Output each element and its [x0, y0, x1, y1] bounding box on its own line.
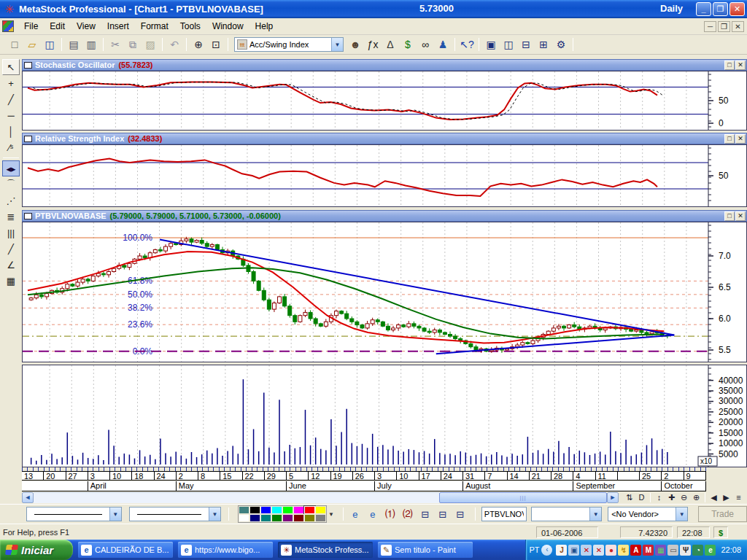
metastock-m-icon[interactable]: M — [643, 545, 654, 556]
scrollbar-left-arrow[interactable]: ◄ — [22, 492, 34, 503]
layout-top-icon[interactable]: ⊟ — [417, 506, 434, 522]
crosshair-target-icon[interactable]: ⊕ — [190, 37, 206, 52]
palette-dropdown-icon[interactable]: ▼ — [328, 511, 334, 518]
fib-timezones-tool[interactable]: ||| — [2, 225, 20, 241]
minimize-button[interactable]: _ — [696, 2, 711, 16]
trendline-tool[interactable]: ╱ — [2, 91, 20, 107]
color-swatch[interactable] — [282, 506, 293, 514]
expert-advisor-icon[interactable]: ☻ — [347, 37, 363, 52]
color-swatch[interactable] — [271, 514, 282, 522]
scheduler-icon[interactable]: ◔ — [692, 545, 703, 556]
tile-vertical-icon[interactable]: ◫ — [500, 37, 516, 52]
color-swatch[interactable] — [249, 514, 260, 522]
color-swatch[interactable] — [315, 506, 326, 514]
grid-tool[interactable]: ▦ — [2, 273, 20, 289]
sl-line-tool[interactable]: ⁄ˢ — [2, 139, 20, 155]
layout-bottom-icon[interactable]: ⊟ — [452, 506, 469, 522]
horizontal-line-tool[interactable]: ─ — [2, 107, 20, 123]
menu-format[interactable]: Format — [135, 19, 174, 34]
power-icon[interactable]: ↯ — [618, 545, 629, 556]
color-swatch[interactable] — [260, 506, 271, 514]
chevron-down-icon[interactable]: ▼ — [109, 508, 121, 521]
pointer-tool[interactable]: ↖ — [2, 59, 20, 75]
chart-window-icon[interactable] — [2, 20, 14, 32]
stochastic-chart[interactable]: 500 — [22, 71, 747, 131]
cascade-windows-icon[interactable]: ▣ — [483, 37, 499, 52]
crosshair-tool[interactable]: + — [2, 75, 20, 91]
language-indicator[interactable]: PT — [529, 545, 539, 554]
price-panel-header[interactable]: PTBVLNOVABASE (5.79000, 5.79000, 5.71000… — [22, 210, 747, 222]
mdi-minimize-button[interactable]: ─ — [704, 21, 716, 32]
page-one-icon[interactable]: ⑴ — [382, 506, 399, 522]
print-icon[interactable]: ▤ — [66, 37, 82, 52]
scrollbar-right-arrow[interactable]: ► — [607, 492, 619, 503]
tile-grid-icon[interactable]: ⊞ — [535, 37, 551, 52]
system-tester-icon[interactable]: $ — [400, 37, 416, 52]
network-icon[interactable]: ▣ — [568, 545, 579, 556]
color-swatch[interactable] — [304, 506, 315, 514]
restore-button[interactable]: ❐ — [713, 2, 728, 16]
panel-close-button[interactable]: ✕ — [735, 61, 746, 70]
fit-vertical-icon[interactable]: ↕ — [653, 492, 665, 503]
color-swatch[interactable] — [271, 506, 282, 514]
menu-edit[interactable]: Edit — [44, 19, 71, 34]
java-icon[interactable]: J — [556, 545, 567, 556]
page-two-icon[interactable]: ⑵ — [399, 506, 417, 522]
color-swatch[interactable] — [315, 514, 326, 522]
open-file-icon[interactable]: ▱ — [24, 37, 40, 52]
vertical-line-tool[interactable]: │ — [2, 123, 20, 139]
task-paint[interactable]: ✎Sem titulo - Paint — [378, 542, 473, 558]
scroll-right-icon[interactable]: ▶ — [720, 492, 732, 503]
network-error-icon[interactable]: ✕ — [581, 545, 592, 556]
window-options-icon[interactable]: ⚙ — [553, 37, 569, 52]
antenna-icon[interactable]: Ψ — [680, 545, 691, 556]
panel-maximize-button[interactable]: □ — [724, 61, 735, 70]
chevron-down-icon[interactable]: ▼ — [331, 38, 343, 51]
panel-maximize-button[interactable]: □ — [724, 211, 735, 221]
chevron-down-icon[interactable]: ▼ — [209, 508, 220, 521]
color-swatch[interactable] — [293, 514, 304, 522]
chevron-down-icon[interactable]: ▼ — [589, 508, 601, 521]
alert-icon[interactable]: ● — [605, 545, 616, 556]
stochastic-panel-header[interactable]: Stochastic Oscillator (55.7823) □ ✕ — [22, 59, 747, 71]
scrollbar-thumb[interactable]: ||| — [439, 492, 607, 503]
downloader-icon[interactable]: ♟ — [435, 37, 451, 52]
panel-close-button[interactable]: ✕ — [735, 211, 746, 221]
panel-checkbox-icon[interactable] — [24, 62, 32, 69]
indicator-builder-icon[interactable]: ƒx — [365, 37, 381, 52]
ati-icon[interactable]: A — [630, 545, 641, 556]
start-button[interactable]: Iniciar — [0, 540, 73, 560]
cut-icon[interactable]: ✂ — [107, 37, 123, 52]
layout-mid-icon[interactable]: ⊟ — [434, 506, 452, 522]
new-file-icon[interactable]: □ — [7, 37, 23, 52]
task-caldeirao[interactable]: eCALDEIRÃO DE B... — [78, 542, 173, 558]
copy-icon[interactable]: ⧉ — [125, 37, 141, 52]
tile-horizontal-icon[interactable]: ⊟ — [518, 37, 534, 52]
context-help-icon[interactable]: ↖? — [459, 37, 475, 52]
task-metastock[interactable]: ✳MetaStock Profess... — [278, 542, 373, 558]
print-preview-icon[interactable]: ▥ — [83, 37, 99, 52]
scrollbar-track[interactable] — [34, 492, 439, 503]
zoom-in-icon[interactable]: ⊕ — [690, 492, 703, 503]
trade-button[interactable]: Trade — [698, 506, 747, 522]
panel-maximize-button[interactable]: □ — [724, 134, 735, 144]
save-icon[interactable]: ◫ — [42, 37, 58, 52]
binoculars-icon[interactable]: ∞ — [417, 37, 433, 52]
periodicity-daily-icon[interactable]: D — [635, 492, 648, 503]
rsi-panel-header[interactable]: Relative Strength Index (32.4833) □ ✕ — [22, 133, 747, 144]
color-swatch[interactable] — [239, 514, 249, 522]
zoom-page-icon[interactable]: ⊡ — [208, 37, 224, 52]
symbol-input[interactable] — [481, 507, 527, 521]
line-tool[interactable]: ╱ — [2, 241, 20, 257]
panel-close-button[interactable]: ✕ — [735, 134, 746, 144]
quad-color-icon[interactable]: ▦ — [655, 545, 666, 556]
mdi-restore-button[interactable]: ❐ — [718, 21, 730, 32]
menu-tools[interactable]: Tools — [174, 19, 206, 34]
indicator-combo[interactable]: ttt Acc/Swing Index ▼ — [234, 37, 344, 52]
scroll-arrows-tool[interactable]: ◂▸ — [2, 160, 20, 176]
menu-window[interactable]: Window — [206, 19, 249, 34]
menu-help[interactable]: Help — [249, 19, 279, 34]
scroll-left-icon[interactable]: ◀ — [708, 492, 720, 503]
price-chart[interactable]: 100.0%61.8%50.0%38.2%23.6%0.0%7.06.56.05… — [22, 222, 747, 362]
menu-file[interactable]: File — [18, 19, 44, 34]
